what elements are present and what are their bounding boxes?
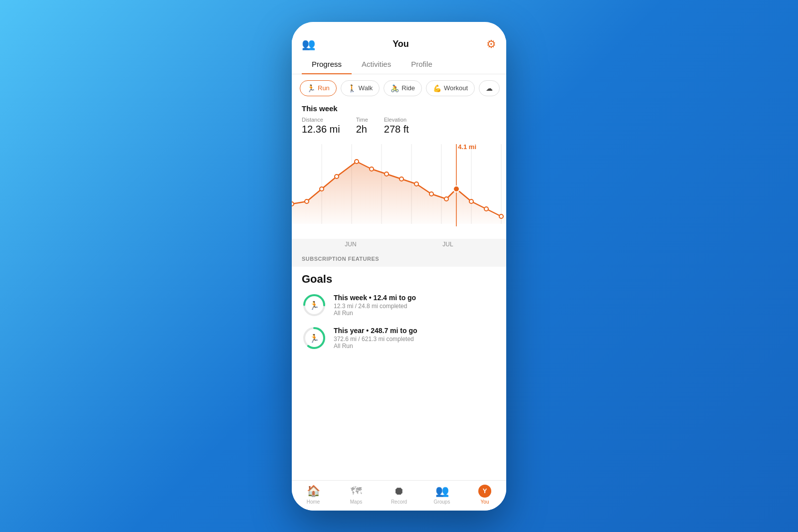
stat-distance-label: Distance <box>302 117 340 123</box>
filter-ride[interactable]: 🚴 Ride <box>384 80 422 96</box>
page-title: You <box>393 39 409 49</box>
goal-item-yearly[interactable]: 🏃 This year • 248.7 mi to go 372.6 mi / … <box>302 326 496 351</box>
goal-yearly-type: All Run <box>334 343 417 350</box>
month-jul: JUL <box>442 241 453 248</box>
goal-item-weekly[interactable]: 🏃 This week • 12.4 mi to go 12.3 mi / 24… <box>302 293 496 318</box>
maps-icon: 🗺 <box>351 485 362 498</box>
status-bar <box>292 22 506 32</box>
run-icon: 🏃 <box>307 84 315 92</box>
stat-time-value: 2h <box>356 124 368 135</box>
nav-maps[interactable]: 🗺 Maps <box>335 485 378 505</box>
people-icon[interactable]: 👥 <box>302 38 315 51</box>
filter-run-label: Run <box>318 84 330 92</box>
walk-icon: 🚶 <box>348 84 356 92</box>
tab-activities[interactable]: Activities <box>352 55 401 74</box>
goal-yearly-detail: 372.6 mi / 621.3 mi completed <box>334 336 417 343</box>
nav-groups[interactable]: 👥 Groups <box>420 485 463 505</box>
svg-point-9 <box>305 199 309 203</box>
groups-icon: 👥 <box>435 485 449 498</box>
filter-run[interactable]: 🏃 Run <box>300 80 337 96</box>
svg-point-11 <box>335 175 339 178</box>
svg-point-22 <box>484 207 488 211</box>
ride-icon: 🚴 <box>391 84 399 92</box>
home-icon: 🏠 <box>307 485 320 498</box>
tabs-bar: Progress Activities Profile <box>292 55 506 74</box>
avatar: Y <box>478 485 491 498</box>
nav-home-label: Home <box>307 499 320 505</box>
nav-you-label: You <box>481 499 489 505</box>
chart-svg <box>292 139 506 239</box>
filter-workout[interactable]: 💪 Workout <box>426 80 475 96</box>
this-week-section: This week Distance 12.36 mi Time 2h Elev… <box>292 102 506 139</box>
filter-walk[interactable]: 🚶 Walk <box>341 80 380 96</box>
subscription-banner: SUBSCRIPTION FEATURES <box>292 250 506 267</box>
record-icon: ⏺ <box>394 485 404 498</box>
goal-info-yearly: This year • 248.7 mi to go 372.6 mi / 62… <box>334 327 417 350</box>
settings-icon[interactable]: ⚙ <box>486 38 496 51</box>
stat-time: Time 2h <box>356 117 368 135</box>
goal-circle-weekly: 🏃 <box>302 293 327 318</box>
svg-point-14 <box>385 172 389 176</box>
nav-you[interactable]: Y You <box>463 485 506 505</box>
goal-weekly-headline: This week • 12.4 mi to go <box>334 294 416 302</box>
goal-run-icon: 🏃 <box>309 300 319 310</box>
svg-point-13 <box>370 167 374 171</box>
goals-title: Goals <box>302 273 496 286</box>
month-jun: JUN <box>345 241 356 248</box>
bottom-nav: 🏠 Home 🗺 Maps ⏺ Record 👥 Groups Y You <box>292 480 506 511</box>
chart-months: JUN JUL <box>292 239 506 250</box>
svg-point-10 <box>320 187 324 191</box>
goal-weekly-type: All Run <box>334 310 416 317</box>
nav-record[interactable]: ⏺ Record <box>378 485 420 505</box>
goal-yearly-headline: This year • 248.7 mi to go <box>334 327 417 335</box>
filter-ride-label: Ride <box>401 84 415 92</box>
svg-point-20 <box>453 186 459 192</box>
subscription-text: SUBSCRIPTION FEATURES <box>302 256 379 262</box>
stat-elevation-label: Elevation <box>384 117 409 123</box>
more-icon: ☁ <box>486 84 493 92</box>
stat-elevation: Elevation 278 ft <box>384 117 409 135</box>
activity-filters: 🏃 Run 🚶 Walk 🚴 Ride 💪 Workout ☁ <box>292 74 506 102</box>
svg-point-8 <box>292 202 294 206</box>
filter-more[interactable]: ☁ <box>479 80 500 96</box>
goal-weekly-detail: 12.3 mi / 24.8 mi completed <box>334 303 416 310</box>
app-content: 👥 You ⚙ Progress Activities Profile 🏃 Ru… <box>292 32 506 511</box>
goal-info-weekly: This week • 12.4 mi to go 12.3 mi / 24.8… <box>334 294 416 317</box>
svg-point-17 <box>429 192 433 196</box>
header: 👥 You ⚙ <box>292 32 506 55</box>
svg-point-23 <box>499 214 503 218</box>
activity-chart[interactable]: 4.1 mi <box>292 139 506 239</box>
svg-point-15 <box>399 177 403 181</box>
nav-record-label: Record <box>391 499 407 505</box>
svg-point-16 <box>414 182 418 186</box>
nav-maps-label: Maps <box>350 499 362 505</box>
stats-row: Distance 12.36 mi Time 2h Elevation 278 … <box>302 117 496 135</box>
this-week-title: This week <box>302 104 496 113</box>
goal-run-icon-2: 🏃 <box>309 333 319 343</box>
filter-workout-label: Workout <box>444 84 468 92</box>
stat-distance: Distance 12.36 mi <box>302 117 340 135</box>
svg-point-21 <box>469 199 473 203</box>
goals-section: Goals 🏃 This week • 12.4 mi to go 12.3 m… <box>292 267 506 480</box>
goal-circle-yearly: 🏃 <box>302 326 327 351</box>
stat-elevation-value: 278 ft <box>384 124 409 135</box>
workout-icon: 💪 <box>433 84 441 92</box>
chart-tooltip: 4.1 mi <box>458 143 476 151</box>
filter-walk-label: Walk <box>359 84 373 92</box>
svg-point-12 <box>355 160 359 164</box>
nav-groups-label: Groups <box>434 499 450 505</box>
tab-progress[interactable]: Progress <box>302 55 352 74</box>
stat-distance-value: 12.36 mi <box>302 124 340 135</box>
svg-point-18 <box>444 197 448 201</box>
tab-profile[interactable]: Profile <box>401 55 442 74</box>
phone-frame: 👥 You ⚙ Progress Activities Profile 🏃 Ru… <box>292 22 506 511</box>
nav-home[interactable]: 🏠 Home <box>292 485 335 505</box>
svg-marker-7 <box>292 162 506 224</box>
stat-time-label: Time <box>356 117 368 123</box>
